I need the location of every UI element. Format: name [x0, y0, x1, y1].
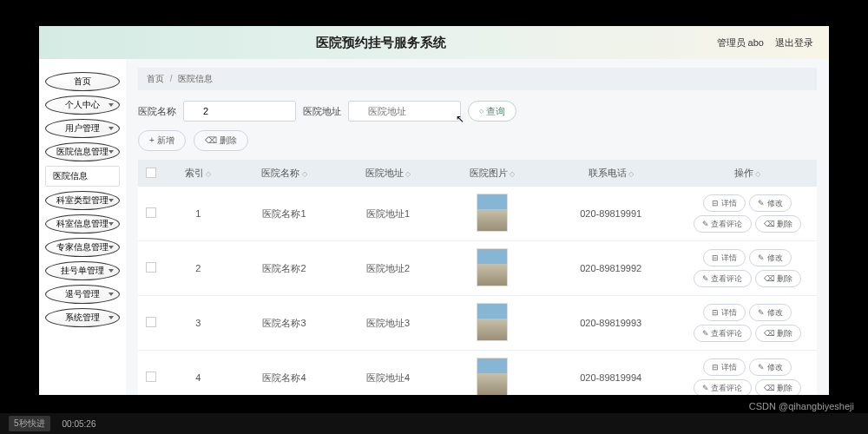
crumb-sep: / — [170, 74, 173, 83]
action-row: + 新增 ⌫ 删除 — [138, 130, 817, 151]
sidebar-item-5[interactable]: 科室信息管理 — [45, 214, 120, 233]
video-controls[interactable]: 5秒快进 00:05:26 — [0, 413, 868, 434]
hospital-image — [477, 194, 508, 232]
search-bar: 医院名称 医院地址 查询 — [138, 101, 817, 122]
hospital-image — [477, 358, 508, 395]
edit-button[interactable]: ✎ 修改 — [749, 358, 792, 376]
name-label: 医院名称 — [138, 105, 176, 118]
edit-button[interactable]: ✎ 修改 — [749, 249, 792, 266]
data-table: 索引医院名称医院地址医院图片联系电话操作 1医院名称1医院地址1020-8981… — [138, 160, 817, 395]
breadcrumb: 首页 / 医院信息 — [138, 68, 817, 90]
row-checkbox[interactable] — [146, 372, 156, 382]
logout-link[interactable]: 退出登录 — [775, 37, 813, 48]
detail-button[interactable]: ⊟ 详情 — [703, 358, 746, 376]
sidebar-item-1[interactable]: 个人中心 — [45, 95, 120, 115]
sidebar-item-8[interactable]: 退号管理 — [45, 285, 120, 304]
row-delete-button[interactable]: ⌫ 删除 — [755, 325, 802, 342]
comment-button[interactable]: ✎ 查看评论 — [694, 270, 752, 287]
detail-button[interactable]: ⊟ 详情 — [703, 194, 746, 212]
add-button[interactable]: + 新增 — [138, 130, 186, 151]
comment-button[interactable]: ✎ 查看评论 — [694, 325, 752, 342]
row-delete-button[interactable]: ⌫ 删除 — [755, 270, 802, 287]
addr-input[interactable] — [348, 101, 461, 122]
cell-phone: 020-89819994 — [543, 351, 678, 396]
col-5: 联系电话 — [543, 160, 678, 187]
col-3: 医院地址 — [336, 160, 440, 187]
sidebar-item-4[interactable]: 科室类型管理 — [45, 191, 120, 210]
cell-addr: 医院地址4 — [336, 351, 440, 396]
sidebar: 首页个人中心用户管理医院信息管理医院信息科室类型管理科室信息管理专家信息管理挂号… — [39, 59, 126, 395]
col-0 — [138, 160, 164, 187]
cell-addr: 医院地址1 — [336, 187, 440, 241]
cell-phone: 020-89819991 — [543, 187, 678, 241]
cell-idx: 2 — [164, 241, 233, 296]
col-4: 医院图片 — [440, 160, 544, 187]
cell-phone: 020-89819993 — [543, 296, 678, 351]
app-header: 医院预约挂号服务系统 管理员 abo 退出登录 — [39, 26, 829, 59]
hospital-image — [477, 248, 508, 286]
detail-button[interactable]: ⊟ 详情 — [703, 249, 746, 266]
main-content: 首页 / 医院信息 医院名称 医院地址 查询 + 新增 ⌫ 删除 索引医院名称医… — [126, 59, 829, 395]
row-delete-button[interactable]: ⌫ 删除 — [755, 215, 802, 233]
hospital-image — [477, 303, 508, 341]
sidebar-item-6[interactable]: 专家信息管理 — [45, 238, 120, 257]
row-delete-button[interactable]: ⌫ 删除 — [755, 379, 802, 395]
edit-button[interactable]: ✎ 修改 — [749, 304, 792, 321]
checkbox-all[interactable] — [146, 168, 156, 178]
row-checkbox[interactable] — [146, 207, 156, 218]
detail-button[interactable]: ⊟ 详情 — [703, 304, 746, 321]
col-1: 索引 — [164, 160, 233, 187]
table-row: 4医院名称4医院地址4020-89819994⊟ 详情✎ 修改✎ 查看评论⌫ 删… — [138, 351, 817, 396]
table-row: 3医院名称3医院地址3020-89819993⊟ 详情✎ 修改✎ 查看评论⌫ 删… — [138, 296, 817, 351]
name-input[interactable] — [183, 101, 296, 122]
sidebar-item-0[interactable]: 首页 — [45, 72, 120, 91]
sidebar-item-3[interactable]: 医院信息管理 — [45, 142, 120, 161]
delete-button[interactable]: ⌫ 删除 — [194, 130, 248, 151]
cell-name: 医院名称4 — [233, 351, 337, 396]
video-time: 00:05:26 — [62, 419, 96, 429]
cell-name: 医院名称2 — [233, 241, 337, 296]
sidebar-item-2[interactable]: 用户管理 — [45, 119, 120, 138]
cell-addr: 医院地址3 — [336, 296, 440, 351]
app-title: 医院预约挂号服务系统 — [55, 35, 708, 51]
sidebar-item-7[interactable]: 挂号单管理 — [45, 261, 120, 280]
cell-name: 医院名称3 — [233, 296, 337, 351]
row-checkbox[interactable] — [146, 262, 156, 273]
addr-label: 医院地址 — [303, 105, 341, 118]
col-6: 操作 — [678, 160, 817, 187]
edit-button[interactable]: ✎ 修改 — [749, 194, 792, 212]
skip-tag: 5秒快进 — [9, 416, 50, 431]
crumb-home[interactable]: 首页 — [147, 74, 164, 83]
watermark: CSDN @qihangbiyesheji — [749, 401, 854, 411]
row-checkbox[interactable] — [146, 317, 156, 327]
cell-addr: 医院地址2 — [336, 241, 440, 296]
comment-button[interactable]: ✎ 查看评论 — [694, 215, 752, 233]
cell-idx: 3 — [164, 296, 233, 351]
cell-name: 医院名称1 — [233, 187, 337, 241]
query-button[interactable]: 查询 — [468, 101, 516, 122]
crumb-current: 医院信息 — [178, 74, 213, 83]
sidebar-sub-3[interactable]: 医院信息 — [45, 166, 120, 187]
comment-button[interactable]: ✎ 查看评论 — [694, 379, 752, 395]
cell-phone: 020-89819992 — [543, 241, 678, 296]
admin-label[interactable]: 管理员 abo — [717, 37, 764, 48]
col-2: 医院名称 — [233, 160, 337, 187]
cell-idx: 1 — [164, 187, 233, 241]
cell-idx: 4 — [164, 351, 233, 396]
table-row: 2医院名称2医院地址2020-89819992⊟ 详情✎ 修改✎ 查看评论⌫ 删… — [138, 241, 817, 296]
table-row: 1医院名称1医院地址1020-89819991⊟ 详情✎ 修改✎ 查看评论⌫ 删… — [138, 187, 817, 241]
sidebar-item-9[interactable]: 系统管理 — [45, 308, 120, 327]
